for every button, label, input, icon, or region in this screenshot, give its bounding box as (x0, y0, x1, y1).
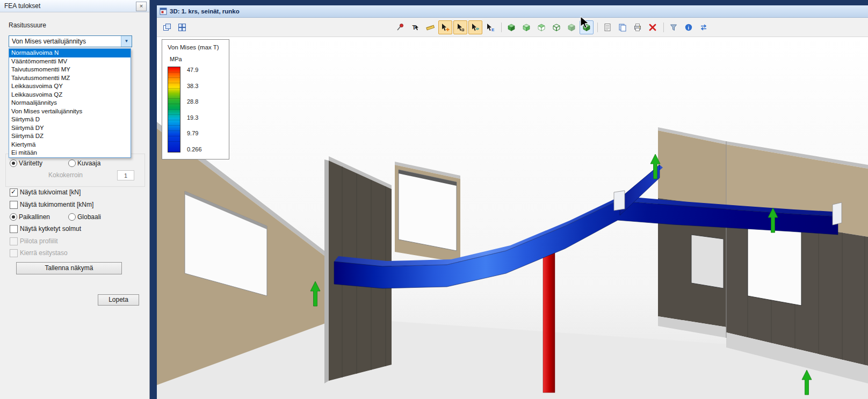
info-button[interactable]: i (682, 20, 696, 34)
radio-local-label: Paikallinen (19, 213, 50, 221)
check-icon: ✓ (11, 188, 17, 195)
filter-funnel-icon (669, 23, 678, 32)
connection-plate (833, 202, 842, 225)
dropdown-option[interactable]: Siirtymä DZ (9, 132, 131, 141)
right-wall-front[interactable] (726, 141, 868, 383)
steel-column[interactable] (543, 250, 555, 393)
save-view-button[interactable]: Tallenna näkymä (16, 262, 122, 274)
radio-global[interactable] (68, 213, 76, 221)
checkbox-hide-profiles[interactable]: ✓ (10, 237, 18, 245)
right-wall-side[interactable] (658, 127, 726, 338)
select-element-button[interactable]: E (483, 20, 497, 34)
sheet-list-button[interactable] (601, 20, 614, 34)
legend-colorbar (168, 67, 180, 153)
cube-open-icon (552, 23, 561, 32)
measure-ruler-button[interactable] (423, 20, 437, 34)
dropdown-option[interactable]: Siirtymä DY (9, 124, 131, 133)
grid-windows-icon (178, 23, 186, 32)
show-support-moments-row: ✓ Näytä tukimomentit [kNm] (0, 201, 150, 209)
right-side-window (691, 235, 724, 288)
sheet-list-icon (603, 23, 612, 32)
view-3d-title: 3D: 1. krs, seinät, runko (170, 5, 240, 17)
quit-button[interactable]: Lopeta (98, 294, 139, 306)
connection-plate (614, 191, 625, 211)
copy-sheets-icon (618, 23, 627, 32)
grid-windows-button[interactable] (175, 20, 189, 34)
rotate-plane-row: ✓ Kierrä esitystaso (0, 249, 150, 258)
swap-views-button[interactable] (697, 20, 711, 34)
dropdown-option[interactable]: Ei mitään (9, 149, 131, 157)
legend-tick: 38.3 (187, 83, 202, 89)
show-support-forces-row: ✓ Näytä tukivoimat [kN] (0, 188, 150, 197)
mouse-cursor (580, 16, 590, 29)
legend-ticks: 47.9 38.3 28.8 19.3 9.79 0.266 (187, 67, 202, 153)
checkbox-show-connected-nodes[interactable]: ✓ (10, 225, 18, 233)
cube-open-view-button[interactable] (549, 20, 563, 34)
view-3d-window: 3D: 1. krs, seinät, runko (157, 5, 868, 399)
dropdown-option[interactable]: Vääntömomentti MV (9, 57, 131, 66)
dropdown-option[interactable]: Leikkausvoima QZ (9, 91, 131, 99)
hide-profiles-label: Piilota profiilit (20, 237, 58, 245)
radio-graph[interactable] (68, 159, 76, 167)
legend-tick: 0.266 (187, 146, 202, 153)
dialog-title: FEA tulokset (4, 0, 40, 12)
toolbar-separator (501, 23, 502, 32)
dropdown-option[interactable]: Normaalivoima N (9, 49, 131, 57)
back-wall[interactable] (395, 162, 460, 263)
scale-factor-label: Kokokerroin (48, 171, 83, 179)
printer-button[interactable] (631, 20, 645, 34)
3d-viewport[interactable]: Von Mises (max T) MPa 47.9 38.3 28.8 19.… (157, 37, 868, 399)
dialog-titlebar[interactable]: FEA tulokset × (0, 0, 149, 12)
select-vertex-button[interactable] (453, 20, 467, 34)
coordinate-system-row: Paikallinen Globaali (0, 213, 150, 222)
dropdown-option[interactable]: Leikkausvoima QY (9, 82, 131, 91)
dropdown-option[interactable]: Taivutusmomentti MY (9, 66, 131, 74)
display-mode-row: Väritetty Kuvaaja (0, 159, 150, 168)
dropdown-option[interactable]: Von Mises vertailujännitys (9, 107, 131, 116)
cube-light-icon (567, 23, 576, 32)
cube-faces-view-button[interactable] (534, 20, 548, 34)
view-3d-titlebar[interactable]: 3D: 1. krs, seinät, runko (157, 5, 868, 18)
radio-graph-label: Kuvaaja (77, 159, 100, 168)
stress-quantity-label: Rasitussuure (9, 21, 46, 29)
select-add-icon (441, 23, 450, 32)
select-add-button[interactable] (438, 20, 452, 34)
stress-quantity-combobox[interactable]: Von Mises vertailujännitys ▼ (9, 35, 132, 47)
checkbox-rotate-plane[interactable]: ✓ (10, 249, 18, 257)
svg-text:E: E (491, 27, 495, 32)
show-connected-nodes-row: ✓ Näytä kytketyt solmut (0, 225, 150, 234)
close-icon[interactable]: × (136, 2, 147, 11)
printer-icon (633, 23, 642, 32)
cube-shaded-icon (522, 23, 531, 32)
dropdown-option[interactable]: Siirtymä D (9, 115, 131, 124)
select-face-icon (471, 23, 480, 32)
copy-sheets-button[interactable] (616, 20, 630, 34)
label-tool-icon: T (411, 23, 419, 32)
toolbar-separator (663, 23, 664, 32)
radio-local[interactable] (10, 213, 17, 221)
svg-text:i: i (688, 25, 690, 30)
legend-tick: 19.3 (187, 114, 202, 121)
radio-colored[interactable] (10, 159, 17, 167)
dropdown-option[interactable]: Normaalijännitys (9, 99, 131, 107)
chevron-down-icon[interactable]: ▼ (121, 36, 132, 47)
info-icon: i (684, 23, 693, 32)
select-face-button[interactable] (468, 20, 482, 34)
dropdown-option[interactable]: Kiertymä (9, 141, 131, 149)
cube-solid-icon (507, 23, 516, 32)
pin-icon (396, 23, 404, 32)
dropdown-option[interactable]: Taivutusmomentti MZ (9, 74, 131, 83)
cube-shaded-view-button[interactable] (519, 20, 533, 34)
checkbox-show-support-forces[interactable]: ✓ (10, 188, 18, 197)
filter-button[interactable] (667, 20, 681, 34)
delete-view-button[interactable] (646, 20, 660, 34)
cube-light-view-button[interactable] (565, 20, 578, 34)
tile-windows-button[interactable] (160, 20, 174, 34)
pin-button[interactable] (393, 20, 407, 34)
scale-factor-input[interactable] (117, 170, 134, 180)
select-element-icon: E (486, 23, 495, 32)
3d-scene[interactable] (157, 37, 868, 399)
label-tool-button[interactable]: T (408, 20, 422, 34)
cube-solid-view-button[interactable] (504, 20, 518, 34)
checkbox-show-support-moments[interactable]: ✓ (10, 201, 18, 209)
